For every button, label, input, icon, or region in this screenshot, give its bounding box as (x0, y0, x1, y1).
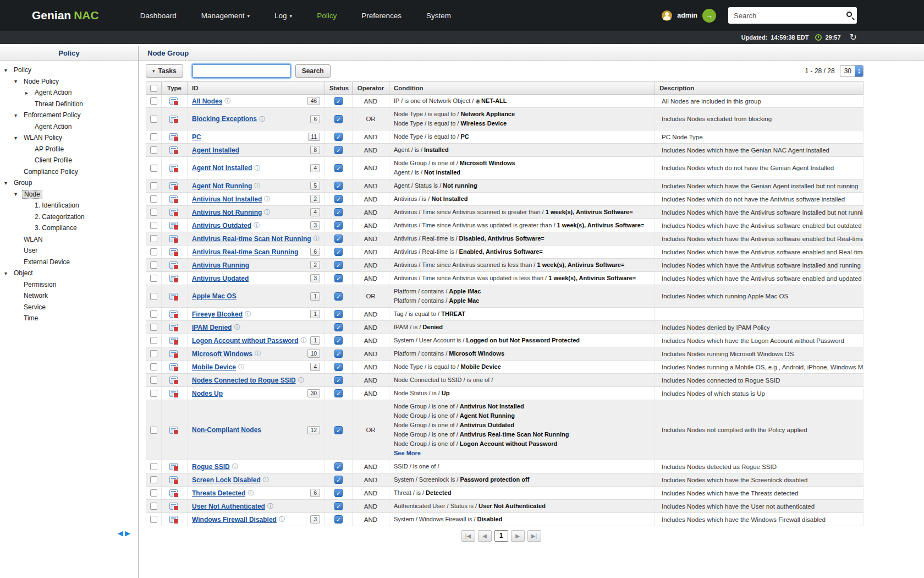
node-group-link[interactable]: Antivirus Real-time Scan Running (192, 248, 298, 256)
refresh-icon[interactable]: ↻ (850, 33, 857, 42)
status-checkbox-checked[interactable]: ✓ (334, 502, 343, 510)
status-checkbox-checked[interactable]: ✓ (334, 350, 343, 358)
tree-item-label[interactable]: User (22, 247, 39, 254)
tree-item-external-device[interactable]: External Device (0, 257, 138, 268)
tree-item-label[interactable]: Compliance Policy (22, 168, 80, 176)
node-group-link[interactable]: Logon Account without Password (192, 337, 299, 345)
row-checkbox[interactable] (150, 377, 157, 384)
status-checkbox-checked[interactable]: ✓ (334, 336, 343, 345)
nav-item-policy[interactable]: Policy (317, 12, 337, 20)
tree-item-label[interactable]: 1. Identification (33, 201, 81, 209)
tree-item-label[interactable]: Agent Action (33, 123, 73, 130)
col-header-operator[interactable]: Operator (353, 82, 389, 95)
status-checkbox-checked[interactable]: ✓ (334, 208, 343, 216)
page-size-select[interactable]: 30 ▲▼ (840, 65, 864, 77)
info-icon[interactable]: ⓘ (264, 195, 270, 203)
info-icon[interactable]: ⓘ (254, 164, 260, 172)
node-group-link[interactable]: Agent Not Running (192, 182, 252, 190)
last-page-button[interactable]: ▶| (527, 530, 541, 542)
tree-item-label[interactable]: Service (22, 303, 47, 311)
tree-item-agent-action[interactable]: Agent Action (0, 121, 138, 133)
tree-item-threat-definition[interactable]: Threat Definition (0, 99, 138, 110)
tree-item-label[interactable]: 3. Compliance (33, 224, 79, 232)
status-checkbox-checked[interactable]: ✓ (334, 115, 343, 123)
info-icon[interactable]: ⓘ (232, 462, 238, 471)
node-group-link[interactable]: Fireeye Blcoked (192, 310, 243, 318)
tree-item-object[interactable]: ▾Object (0, 268, 138, 279)
page-number-button[interactable]: 1 (494, 530, 508, 542)
tree-item-permission[interactable]: Permission (0, 279, 138, 291)
row-checkbox[interactable] (150, 275, 157, 282)
tree-item-label[interactable]: Permission (22, 281, 58, 288)
node-group-link[interactable]: Agent Installed (192, 146, 239, 154)
tree-item-policy[interactable]: ▾Policy (0, 64, 138, 76)
tree-expand-icon[interactable]: ▸ (25, 90, 33, 96)
tree-item-user[interactable]: User (0, 245, 138, 257)
tree-item-label[interactable]: Object (12, 269, 35, 277)
info-icon[interactable]: ⓘ (314, 235, 320, 243)
row-checkbox[interactable] (150, 476, 157, 483)
tree-item-label[interactable]: Node (22, 190, 42, 199)
tree-item-label[interactable]: Node Policy (22, 78, 61, 85)
node-group-link[interactable]: Rogue SSID (192, 463, 230, 471)
node-group-link[interactable]: Antivirus Running (192, 261, 249, 269)
row-checkbox[interactable] (150, 463, 157, 470)
row-checkbox[interactable] (150, 427, 157, 434)
row-checkbox[interactable] (150, 310, 157, 318)
tasks-dropdown-button[interactable]: ▾ Tasks (146, 64, 183, 78)
tree-item-label[interactable]: Enforcement Policy (22, 111, 82, 119)
tree-item-1-identification[interactable]: 1. Identification (0, 200, 138, 211)
prev-page-button[interactable]: ◀ (478, 530, 492, 542)
nav-item-management[interactable]: Management▾ (201, 12, 250, 20)
node-group-link[interactable]: Mobile Device (192, 363, 236, 371)
row-checkbox[interactable] (150, 350, 157, 357)
row-checkbox[interactable] (150, 337, 157, 344)
status-checkbox-checked[interactable]: ✓ (334, 195, 343, 203)
col-header-type[interactable]: Type (162, 82, 188, 95)
tree-collapse-icon[interactable]: ▾ (14, 112, 22, 118)
status-checkbox-checked[interactable]: ✓ (334, 261, 343, 269)
info-icon[interactable]: ⓘ (298, 376, 304, 384)
info-icon[interactable]: ⓘ (234, 323, 240, 331)
status-checkbox-checked[interactable]: ✓ (334, 235, 343, 243)
info-icon[interactable]: ⓘ (254, 182, 260, 190)
status-checkbox-checked[interactable]: ✓ (334, 164, 343, 172)
tree-item-group[interactable]: ▾Group (0, 177, 138, 189)
see-more-link[interactable]: See More (394, 450, 421, 456)
status-checkbox-checked[interactable]: ✓ (334, 426, 343, 434)
row-checkbox[interactable] (150, 363, 157, 370)
app-logo[interactable]: GenianNAC (32, 9, 99, 22)
node-group-link[interactable]: Apple Mac OS (192, 292, 237, 300)
row-checkbox[interactable] (150, 165, 157, 172)
username[interactable]: admin (677, 12, 697, 19)
row-checkbox[interactable] (150, 97, 157, 105)
status-checkbox-checked[interactable]: ✓ (334, 221, 343, 230)
status-checkbox-checked[interactable]: ✓ (334, 133, 343, 141)
status-checkbox-checked[interactable]: ✓ (334, 97, 343, 105)
info-icon[interactable]: ⓘ (267, 502, 273, 510)
nav-item-log[interactable]: Log▾ (274, 12, 292, 20)
tree-item-label[interactable]: 2. Categorization (33, 213, 86, 221)
tree-collapse-icon[interactable]: ▾ (14, 135, 22, 141)
node-group-link[interactable]: All Nodes (192, 97, 222, 105)
row-checkbox[interactable] (150, 489, 157, 497)
collapse-left-icon[interactable]: ◀ (118, 529, 123, 537)
tree-collapse-icon[interactable]: ▾ (14, 78, 22, 84)
node-group-link[interactable]: Nodes Up (192, 390, 223, 397)
tree-item-service[interactable]: Service (0, 302, 138, 313)
tree-item-compliance-policy[interactable]: Compliance Policy (0, 166, 138, 178)
tree-item-network[interactable]: Network (0, 290, 138, 302)
status-checkbox-checked[interactable]: ✓ (334, 310, 343, 318)
status-checkbox-checked[interactable]: ✓ (334, 476, 343, 484)
node-group-link[interactable]: Agent Not Installed (192, 164, 252, 172)
tree-item-label[interactable]: Client Profile (33, 156, 74, 164)
node-group-link[interactable]: Antivirus Real-time Scan Not Running (192, 235, 311, 243)
row-checkbox[interactable] (150, 133, 157, 140)
status-checkbox-checked[interactable]: ✓ (334, 462, 343, 471)
info-icon[interactable]: ⓘ (263, 476, 269, 484)
status-checkbox-checked[interactable]: ✓ (334, 515, 343, 524)
tree-item-label[interactable]: Threat Definition (33, 100, 85, 108)
tree-item-label[interactable]: WLAN Policy (22, 134, 64, 141)
select-all-checkbox[interactable] (150, 85, 157, 92)
status-checkbox-checked[interactable]: ✓ (334, 248, 343, 256)
